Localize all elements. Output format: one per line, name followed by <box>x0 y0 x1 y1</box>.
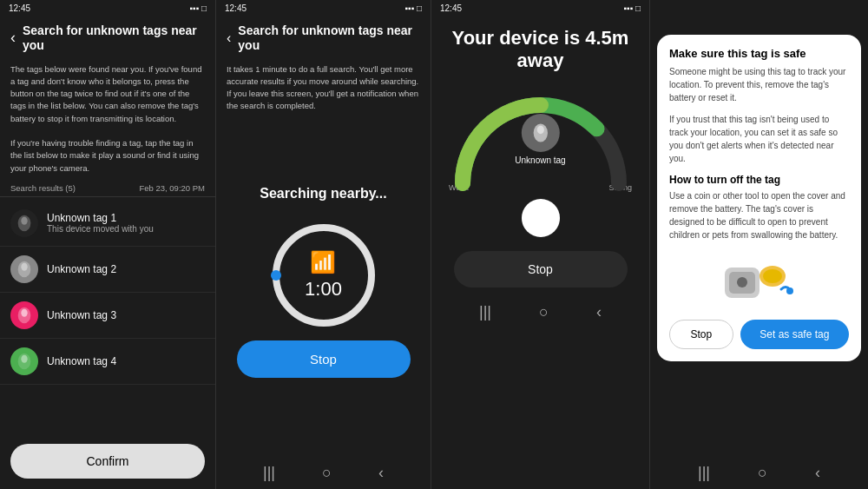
panel-searching: 12:45 ▪▪▪ □ ‹ Search for unknown tags ne… <box>215 0 431 489</box>
svg-point-17 <box>763 269 782 283</box>
nav-home-icon-4[interactable]: ○ <box>758 464 767 482</box>
battery-illustration <box>669 250 849 311</box>
stop-button-panel4[interactable]: Stop <box>669 320 733 349</box>
confirm-button[interactable]: Confirm <box>10 444 205 479</box>
header-2: ‹ Search for unknown tags near you <box>216 17 431 60</box>
nav-back-icon-2[interactable]: ‹ <box>378 464 384 482</box>
tag-icon-2 <box>10 255 38 283</box>
safety-card: Make sure this tag is safe Someone might… <box>657 35 861 361</box>
tag-info-3: Unknown tag 3 <box>47 309 116 321</box>
stop-button-panel2[interactable]: Stop <box>237 340 411 378</box>
description-2: It takes 1 minute to do a full search. Y… <box>216 60 431 123</box>
nav-back-icon-4[interactable]: ‹ <box>815 464 820 482</box>
tag-info-1: Unknown tag 1 This device moved with you <box>47 212 154 234</box>
tag-info-2: Unknown tag 2 <box>47 263 116 275</box>
status-bar-3: 12:45 ▪▪▪ □ <box>431 0 649 17</box>
page-title-1: Search for unknown tags near you <box>23 23 205 53</box>
svg-point-10 <box>271 270 281 281</box>
tag-name-gauge: Unknown tag <box>515 155 565 165</box>
card-para2: If you trust that this tag isn't being u… <box>669 113 849 165</box>
action-row: Stop Set as safe tag <box>669 320 849 349</box>
tag-icon-1 <box>10 209 38 237</box>
nav-home-icon-3[interactable]: ○ <box>539 303 549 321</box>
svg-point-3 <box>21 263 27 271</box>
svg-point-5 <box>21 309 27 317</box>
page-title-2: Search for unknown tags near you <box>238 23 420 53</box>
back-arrow-icon-1[interactable]: ‹ <box>10 29 16 47</box>
svg-point-7 <box>21 355 27 363</box>
tag-icon-4 <box>10 347 38 375</box>
stop-button-panel3[interactable]: Stop <box>454 251 628 287</box>
header-1: ‹ Search for unknown tags near you <box>0 17 215 60</box>
nav-recent-icon-2[interactable]: ||| <box>263 464 275 482</box>
description-1: The tags below were found near you. If y… <box>0 60 215 180</box>
wifi-search-icon: 📶 <box>310 250 336 274</box>
how-to-title: How to turn off the tag <box>669 174 849 186</box>
nav-home-icon-2[interactable]: ○ <box>322 464 332 482</box>
searching-text: Searching nearby... <box>260 186 386 202</box>
tag-item-3[interactable]: Unknown tag 3 <box>0 293 215 339</box>
circle-timer: 📶 1:00 <box>267 219 380 332</box>
signal-battery-3: ▪▪▪ □ <box>624 3 641 13</box>
distance-display: Your device is 4.5m away <box>431 17 649 79</box>
time-1: 12:45 <box>9 3 30 13</box>
tag-info-4: Unknown tag 4 <box>47 355 116 367</box>
how-to-text: Use a coin or other tool to open the cov… <box>669 189 849 241</box>
nav-back-icon-3[interactable]: ‹ <box>596 303 602 321</box>
time-2: 12:45 <box>225 3 247 13</box>
status-bar-1: 12:45 ▪▪▪ □ <box>0 0 215 17</box>
nav-recent-icon-4[interactable]: ||| <box>698 464 710 482</box>
tag-item-2[interactable]: Unknown tag 2 <box>0 247 215 293</box>
svg-point-15 <box>737 277 747 287</box>
panel-search-list: 12:45 ▪▪▪ □ ‹ Search for unknown tags ne… <box>0 0 215 489</box>
signal-battery-1: ▪▪▪ □ <box>190 3 207 13</box>
nav-recent-icon-3[interactable]: ||| <box>479 303 491 321</box>
results-count: Search results (5) <box>10 183 76 193</box>
card-title: Make sure this tag is safe <box>669 47 849 60</box>
svg-point-12 <box>536 126 543 134</box>
timer-display: 1:00 <box>305 278 342 301</box>
card-para1: Someone might be using this tag to track… <box>669 65 849 104</box>
tag-item-4[interactable]: Unknown tag 4 <box>0 339 215 385</box>
back-arrow-icon-2[interactable]: ‹ <box>227 30 231 46</box>
nav-bar-2: ||| ○ ‹ <box>216 455 431 489</box>
tag-icon-3 <box>10 301 38 329</box>
tag-device-icon <box>522 114 560 152</box>
time-3: 12:45 <box>440 3 462 13</box>
signal-battery-2: ▪▪▪ □ <box>405 3 422 13</box>
search-date: Feb 23, 09:20 PM <box>139 183 205 193</box>
svg-point-18 <box>786 287 793 294</box>
search-meta: Search results (5) Feb 23, 09:20 PM <box>0 180 215 197</box>
tag-item-1[interactable]: Unknown tag 1 This device moved with you <box>0 201 215 247</box>
svg-point-1 <box>21 217 27 225</box>
set-safe-button[interactable]: Set as safe tag <box>740 320 849 349</box>
sound-button[interactable]: ♪ <box>522 199 560 237</box>
status-bar-2: 12:45 ▪▪▪ □ <box>216 0 431 17</box>
signal-gauge: Unknown tag <box>445 79 636 192</box>
panel-distance: 12:45 ▪▪▪ □ Your device is 4.5m away Unk… <box>431 0 649 489</box>
nav-bar-4: ||| ○ ‹ <box>650 455 868 489</box>
panel-safety-card: 12:45 ▪▪▪ □ ℹ Make sure this tag is safe… <box>649 0 868 489</box>
nav-bar-3: ||| ○ ‹ <box>431 294 649 328</box>
search-animation-area: Searching nearby... 📶 1:00 Stop <box>216 123 431 455</box>
